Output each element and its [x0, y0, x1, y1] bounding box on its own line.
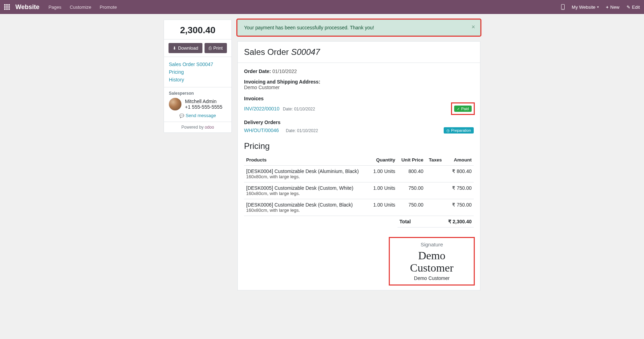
signature-image: Demo Customer	[397, 250, 467, 274]
pencil-icon	[627, 5, 630, 10]
invoices-label: Invoices	[244, 96, 474, 101]
invoice-status-badge: Paid	[454, 106, 472, 112]
address-label: Invoicing and Shipping Address:	[244, 79, 320, 85]
salesperson-name: Mitchell Admin	[185, 99, 222, 104]
salesperson-label: Salesperson	[169, 91, 227, 96]
alert-close-button[interactable]: ×	[471, 23, 475, 31]
plus-icon: +	[606, 5, 609, 10]
order-date-value: 01/10/2022	[272, 68, 297, 74]
table-row: [DESK0004] Customizable Desk (Aluminium,…	[244, 166, 474, 182]
sidebar-links: Sales Order S00047 Pricing History	[164, 57, 231, 87]
total-amount: 2,300.40	[167, 25, 228, 36]
signature-title: Signature	[397, 241, 467, 247]
table-row: [DESK0005] Customizable Desk (Custom, Wh…	[244, 182, 474, 199]
customer-name: Demo Customer	[244, 85, 474, 90]
th-products: Products	[244, 154, 369, 166]
delivery-link[interactable]: WH/OUT/00046	[244, 128, 279, 133]
nav-promote[interactable]: Promote	[100, 5, 117, 10]
success-alert: Your payment has been successfully proce…	[237, 20, 480, 36]
brand[interactable]: Website	[15, 3, 40, 11]
signature-box: Signature Demo Customer Demo Customer	[390, 238, 474, 284]
order-date-label: Order Date:	[244, 68, 271, 74]
pricing-table: Products Quantity Unit Price Taxes Amoun…	[244, 154, 474, 228]
salesperson-phone: +1 555-555-5555	[185, 104, 222, 110]
table-row: [DESK0006] Customizable Desk (Custom, Bl…	[244, 199, 474, 216]
send-message-link[interactable]: Send message	[179, 113, 216, 118]
sidebar-link-pricing[interactable]: Pricing	[169, 68, 227, 76]
powered-by: Powered by odoo	[164, 122, 231, 132]
delivery-status-badge: Preparation	[444, 127, 474, 134]
print-icon	[209, 45, 212, 51]
my-website-label: My Website	[572, 5, 595, 10]
th-unit: Unit Price	[398, 154, 425, 166]
download-icon	[173, 45, 176, 51]
top-nav: Pages Customize Promote	[49, 5, 117, 10]
th-amount: Amount	[444, 154, 474, 166]
total-amount-cell: ₹ 2,300.40	[444, 216, 474, 228]
th-taxes: Taxes	[425, 154, 444, 166]
edit-button[interactable]: Edit	[627, 5, 640, 10]
pricing-heading: Pricing	[244, 141, 474, 151]
avatar	[169, 98, 181, 110]
comment-icon	[179, 113, 184, 118]
my-website-dropdown[interactable]: My Website	[572, 5, 599, 10]
check-icon	[457, 107, 460, 111]
delivery-label: Delivery Orders	[244, 120, 474, 125]
apps-icon[interactable]	[4, 4, 10, 10]
sidebar-link-history[interactable]: History	[169, 76, 227, 84]
clock-icon	[446, 128, 450, 132]
print-button[interactable]: Print	[205, 43, 227, 53]
download-button[interactable]: Download	[169, 43, 202, 53]
page-title: Sales Order S00047	[238, 42, 480, 63]
top-bar: Website Pages Customize Promote My Websi…	[0, 0, 644, 14]
th-qty: Quantity	[369, 154, 397, 166]
mobile-preview-icon[interactable]	[561, 4, 565, 10]
signature-name: Demo Customer	[397, 275, 467, 281]
invoice-link[interactable]: INV/2022/00010	[244, 106, 279, 111]
nav-pages[interactable]: Pages	[49, 5, 62, 10]
alert-text: Your payment has been successfully proce…	[244, 25, 374, 30]
sidebar-link-order[interactable]: Sales Order S00047	[169, 60, 227, 68]
total-label: Total	[398, 216, 425, 228]
new-button[interactable]: +New	[606, 5, 620, 10]
nav-customize[interactable]: Customize	[70, 5, 91, 10]
total-summary: 2,300.40	[164, 20, 231, 39]
